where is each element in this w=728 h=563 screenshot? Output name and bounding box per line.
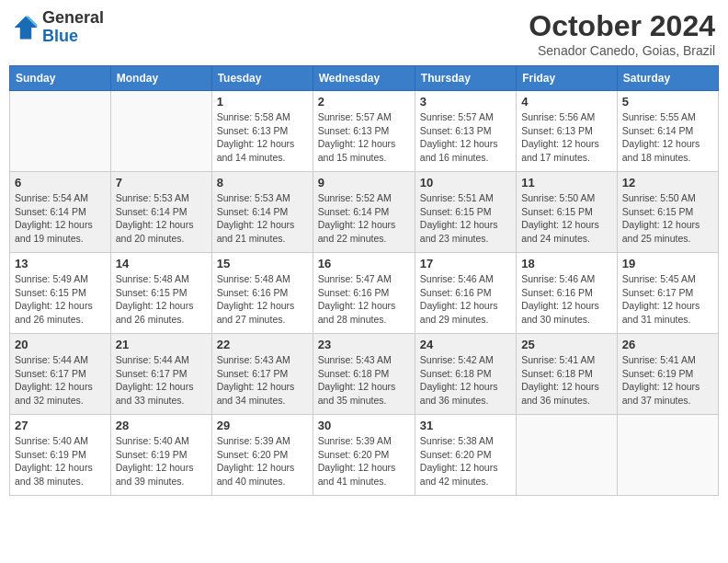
calendar-day-cell: 17Sunrise: 5:46 AMSunset: 6:16 PMDayligh… bbox=[415, 253, 516, 334]
calendar-week-row: 27Sunrise: 5:40 AMSunset: 6:19 PMDayligh… bbox=[10, 415, 719, 496]
day-info: Sunrise: 5:53 AMSunset: 6:14 PMDaylight:… bbox=[217, 191, 308, 246]
day-info: Sunrise: 5:41 AMSunset: 6:19 PMDaylight:… bbox=[622, 353, 713, 408]
calendar-day-cell: 9Sunrise: 5:52 AMSunset: 6:14 PMDaylight… bbox=[313, 172, 415, 253]
location-subtitle: Senador Canedo, Goias, Brazil bbox=[529, 43, 715, 58]
day-number: 22 bbox=[217, 338, 308, 351]
calendar-day-cell: 28Sunrise: 5:40 AMSunset: 6:19 PMDayligh… bbox=[110, 415, 211, 496]
day-number: 15 bbox=[217, 257, 308, 270]
day-number: 4 bbox=[521, 95, 612, 109]
day-number: 3 bbox=[420, 95, 511, 109]
day-number: 9 bbox=[318, 176, 410, 190]
day-info: Sunrise: 5:46 AMSunset: 6:16 PMDaylight:… bbox=[521, 272, 612, 327]
calendar-table: SundayMondayTuesdayWednesdayThursdayFrid… bbox=[9, 65, 719, 496]
calendar-day-cell: 3Sunrise: 5:57 AMSunset: 6:13 PMDaylight… bbox=[415, 91, 516, 172]
day-number: 27 bbox=[15, 419, 106, 432]
day-number: 19 bbox=[622, 257, 713, 270]
day-number: 8 bbox=[217, 176, 308, 190]
calendar-day-cell: 2Sunrise: 5:57 AMSunset: 6:13 PMDaylight… bbox=[313, 91, 415, 172]
month-title: October 2024 bbox=[529, 9, 715, 43]
logo-icon bbox=[13, 15, 39, 40]
calendar-day-cell: 24Sunrise: 5:42 AMSunset: 6:18 PMDayligh… bbox=[415, 334, 516, 415]
day-number: 31 bbox=[420, 419, 511, 432]
calendar-day-header: Monday bbox=[110, 66, 211, 91]
day-info: Sunrise: 5:40 AMSunset: 6:19 PMDaylight:… bbox=[15, 434, 106, 488]
calendar-day-cell bbox=[10, 91, 111, 172]
calendar-day-cell bbox=[517, 415, 618, 496]
day-info: Sunrise: 5:50 AMSunset: 6:15 PMDaylight:… bbox=[622, 191, 713, 246]
calendar-day-header: Tuesday bbox=[211, 66, 313, 91]
svg-marker-0 bbox=[15, 16, 38, 39]
calendar-day-cell: 10Sunrise: 5:51 AMSunset: 6:15 PMDayligh… bbox=[415, 172, 516, 253]
calendar-day-cell: 1Sunrise: 5:58 AMSunset: 6:13 PMDaylight… bbox=[211, 91, 313, 172]
day-info: Sunrise: 5:58 AMSunset: 6:13 PMDaylight:… bbox=[217, 110, 308, 165]
calendar-day-cell: 5Sunrise: 5:55 AMSunset: 6:14 PMDaylight… bbox=[617, 91, 718, 172]
day-number: 11 bbox=[521, 176, 612, 190]
day-info: Sunrise: 5:56 AMSunset: 6:13 PMDaylight:… bbox=[521, 110, 612, 165]
calendar-day-cell: 7Sunrise: 5:53 AMSunset: 6:14 PMDaylight… bbox=[110, 172, 211, 253]
day-info: Sunrise: 5:38 AMSunset: 6:20 PMDaylight:… bbox=[420, 434, 511, 488]
day-info: Sunrise: 5:50 AMSunset: 6:15 PMDaylight:… bbox=[521, 191, 612, 246]
day-info: Sunrise: 5:44 AMSunset: 6:17 PMDaylight:… bbox=[116, 353, 207, 408]
calendar-day-header: Sunday bbox=[10, 66, 111, 91]
day-number: 1 bbox=[217, 95, 308, 109]
day-number: 29 bbox=[217, 419, 308, 432]
day-number: 20 bbox=[15, 338, 106, 351]
day-number: 25 bbox=[521, 338, 612, 351]
calendar-day-cell: 16Sunrise: 5:47 AMSunset: 6:16 PMDayligh… bbox=[313, 253, 415, 334]
page-header: General Blue October 2024 Senador Canedo… bbox=[9, 9, 719, 58]
day-info: Sunrise: 5:43 AMSunset: 6:18 PMDaylight:… bbox=[318, 353, 410, 408]
calendar-day-cell bbox=[110, 91, 211, 172]
calendar-day-cell: 12Sunrise: 5:50 AMSunset: 6:15 PMDayligh… bbox=[617, 172, 718, 253]
calendar-body: 1Sunrise: 5:58 AMSunset: 6:13 PMDaylight… bbox=[10, 91, 719, 496]
calendar-day-header: Saturday bbox=[617, 66, 718, 91]
logo: General Blue bbox=[13, 9, 104, 46]
calendar-day-cell: 27Sunrise: 5:40 AMSunset: 6:19 PMDayligh… bbox=[10, 415, 111, 496]
day-number: 17 bbox=[420, 257, 511, 270]
calendar-day-cell: 14Sunrise: 5:48 AMSunset: 6:15 PMDayligh… bbox=[110, 253, 211, 334]
calendar-day-cell: 15Sunrise: 5:48 AMSunset: 6:16 PMDayligh… bbox=[211, 253, 313, 334]
day-info: Sunrise: 5:39 AMSunset: 6:20 PMDaylight:… bbox=[318, 434, 410, 488]
calendar-day-header: Thursday bbox=[415, 66, 516, 91]
day-info: Sunrise: 5:52 AMSunset: 6:14 PMDaylight:… bbox=[318, 191, 410, 246]
day-number: 7 bbox=[116, 176, 207, 190]
calendar-week-row: 6Sunrise: 5:54 AMSunset: 6:14 PMDaylight… bbox=[10, 172, 719, 253]
calendar-day-cell: 25Sunrise: 5:41 AMSunset: 6:18 PMDayligh… bbox=[517, 334, 618, 415]
day-info: Sunrise: 5:55 AMSunset: 6:14 PMDaylight:… bbox=[622, 110, 713, 165]
calendar-day-cell: 20Sunrise: 5:44 AMSunset: 6:17 PMDayligh… bbox=[10, 334, 111, 415]
day-info: Sunrise: 5:48 AMSunset: 6:16 PMDaylight:… bbox=[217, 272, 308, 327]
logo-general-text: General bbox=[42, 8, 104, 27]
calendar-day-cell: 21Sunrise: 5:44 AMSunset: 6:17 PMDayligh… bbox=[110, 334, 211, 415]
day-info: Sunrise: 5:53 AMSunset: 6:14 PMDaylight:… bbox=[116, 191, 207, 246]
calendar-day-cell: 26Sunrise: 5:41 AMSunset: 6:19 PMDayligh… bbox=[617, 334, 718, 415]
day-number: 5 bbox=[622, 95, 713, 109]
day-number: 14 bbox=[116, 257, 207, 270]
day-number: 6 bbox=[15, 176, 106, 190]
day-info: Sunrise: 5:42 AMSunset: 6:18 PMDaylight:… bbox=[420, 353, 511, 408]
calendar-day-cell: 4Sunrise: 5:56 AMSunset: 6:13 PMDaylight… bbox=[517, 91, 618, 172]
day-number: 24 bbox=[420, 338, 511, 351]
day-info: Sunrise: 5:43 AMSunset: 6:17 PMDaylight:… bbox=[217, 353, 308, 408]
day-number: 10 bbox=[420, 176, 511, 190]
day-info: Sunrise: 5:41 AMSunset: 6:18 PMDaylight:… bbox=[521, 353, 612, 408]
day-number: 18 bbox=[521, 257, 612, 270]
day-number: 2 bbox=[318, 95, 410, 109]
day-info: Sunrise: 5:49 AMSunset: 6:15 PMDaylight:… bbox=[15, 272, 106, 327]
day-number: 21 bbox=[116, 338, 207, 351]
calendar-day-header: Friday bbox=[517, 66, 618, 91]
calendar-week-row: 13Sunrise: 5:49 AMSunset: 6:15 PMDayligh… bbox=[10, 253, 719, 334]
day-info: Sunrise: 5:57 AMSunset: 6:13 PMDaylight:… bbox=[420, 110, 511, 165]
calendar-day-cell: 23Sunrise: 5:43 AMSunset: 6:18 PMDayligh… bbox=[313, 334, 415, 415]
calendar-day-cell: 31Sunrise: 5:38 AMSunset: 6:20 PMDayligh… bbox=[415, 415, 516, 496]
day-info: Sunrise: 5:39 AMSunset: 6:20 PMDaylight:… bbox=[217, 434, 308, 488]
calendar-day-cell bbox=[617, 415, 718, 496]
calendar-day-cell: 18Sunrise: 5:46 AMSunset: 6:16 PMDayligh… bbox=[517, 253, 618, 334]
calendar-day-cell: 19Sunrise: 5:45 AMSunset: 6:17 PMDayligh… bbox=[617, 253, 718, 334]
day-info: Sunrise: 5:44 AMSunset: 6:17 PMDaylight:… bbox=[15, 353, 106, 408]
day-number: 26 bbox=[622, 338, 713, 351]
day-number: 13 bbox=[15, 257, 106, 270]
day-info: Sunrise: 5:40 AMSunset: 6:19 PMDaylight:… bbox=[116, 434, 207, 488]
day-number: 28 bbox=[116, 419, 207, 432]
day-number: 12 bbox=[622, 176, 713, 190]
day-info: Sunrise: 5:46 AMSunset: 6:16 PMDaylight:… bbox=[420, 272, 511, 327]
day-number: 30 bbox=[318, 419, 410, 432]
